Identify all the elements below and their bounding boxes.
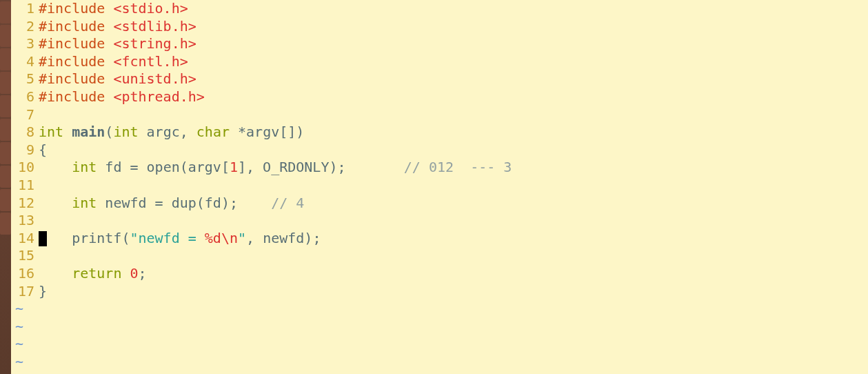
tilde-icon: ~ [11, 335, 23, 353]
code-content[interactable]: int newfd = dup(fd); // 4 [39, 195, 304, 213]
launcher-item[interactable] [0, 142, 11, 164]
code-line[interactable]: 1#include <stdio.h> [11, 0, 868, 18]
token-ident [39, 159, 72, 175]
token-pp: #include [39, 53, 113, 70]
token-cm: // 012 --- 3 [404, 159, 512, 175]
token-mainfn: main [72, 124, 105, 140]
launcher-item[interactable] [0, 166, 11, 188]
token-inc: <string.h> [113, 35, 196, 52]
token-inc: <pthread.h> [113, 88, 204, 105]
token-num: 0 [130, 265, 138, 282]
launcher-item[interactable] [0, 95, 11, 117]
launcher-item[interactable] [0, 1, 11, 23]
token-ident: printf( [39, 230, 130, 246]
line-number: 13 [11, 212, 39, 230]
line-number: 17 [11, 283, 39, 301]
code-content[interactable]: #include <pthread.h> [39, 88, 205, 106]
code-content[interactable]: int fd = open(argv[1], O_RDONLY); // 012… [39, 159, 512, 177]
code-content[interactable]: #include <fcntl.h> [39, 53, 188, 71]
token-inc: <unistd.h> [113, 70, 196, 87]
token-pp: #include [39, 0, 113, 17]
token-ident: ; [139, 265, 147, 282]
code-content[interactable]: printf("newfd = %d\n", newfd); [39, 230, 321, 248]
code-line[interactable]: 2#include <stdlib.h> [11, 18, 868, 36]
code-line[interactable]: 17} [11, 283, 868, 301]
launcher-item[interactable] [0, 48, 11, 70]
tilde-icon: ~ [11, 353, 23, 371]
code-content[interactable]: #include <unistd.h> [39, 70, 196, 88]
token-ident [121, 265, 130, 282]
token-pp: #include [39, 70, 113, 87]
line-number: 3 [11, 35, 39, 53]
code-line[interactable]: 10 int fd = open(argv[1], O_RDONLY); // … [11, 159, 868, 177]
code-line[interactable]: 13 [11, 212, 868, 230]
code-content[interactable]: #include <stdlib.h> [39, 18, 196, 36]
tilde-icon: ~ [11, 300, 23, 318]
line-number: 11 [11, 177, 39, 195]
empty-line: ~ [11, 300, 868, 318]
line-number: 10 [11, 159, 39, 177]
token-ident: *argv[]) [230, 124, 304, 140]
token-ident: newfd = dup(fd); [97, 195, 271, 211]
code-line[interactable]: 3#include <string.h> [11, 35, 868, 53]
token-ident [63, 124, 72, 140]
line-number: 9 [11, 141, 39, 159]
code-line[interactable]: 15 [11, 247, 868, 265]
token-kw: int [113, 124, 138, 140]
code-line[interactable]: 16 return 0; [11, 265, 868, 283]
token-inc: <stdio.h> [113, 0, 188, 17]
line-number: 8 [11, 124, 39, 141]
token-inc: <fcntl.h> [113, 53, 188, 70]
empty-line: ~ [11, 371, 868, 374]
line-number: 5 [11, 70, 39, 88]
code-line[interactable]: 8int main(int argc, char *argv[]) [11, 124, 868, 141]
code-content[interactable]: return 0; [39, 265, 147, 283]
code-content[interactable]: #include <stdio.h> [39, 0, 188, 18]
token-str: "newfd = [130, 230, 204, 246]
code-line[interactable]: 6#include <pthread.h> [11, 88, 868, 106]
code-line[interactable]: 5#include <unistd.h> [11, 70, 868, 88]
launcher-item[interactable] [0, 189, 11, 211]
token-pp: #include [39, 35, 113, 52]
launcher-item[interactable] [0, 119, 11, 141]
code-line[interactable]: 14 printf("newfd = %d\n", newfd); [11, 230, 868, 248]
line-number: 7 [11, 106, 39, 124]
token-ident: ], O_RDONLY); [238, 159, 404, 175]
code-line[interactable]: 11 [11, 177, 868, 195]
code-content[interactable]: int main(int argc, char *argv[]) [39, 124, 304, 141]
code-line[interactable]: 12 int newfd = dup(fd); // 4 [11, 195, 868, 213]
token-strfmt: %d\n [205, 230, 238, 246]
code-line[interactable]: 9{ [11, 141, 868, 159]
code-line[interactable]: 4#include <fcntl.h> [11, 53, 868, 71]
token-ident [39, 195, 72, 211]
tilde-icon: ~ [11, 318, 23, 336]
token-kw: int [72, 159, 97, 175]
token-pp: #include [39, 18, 113, 35]
launcher-bar [0, 0, 11, 374]
empty-line: ~ [11, 353, 868, 371]
token-ident [39, 265, 72, 282]
launcher-item[interactable] [0, 213, 11, 235]
token-num: 1 [230, 159, 238, 175]
token-ident: argc, [139, 124, 196, 140]
line-number: 2 [11, 18, 39, 36]
code-content[interactable]: { [39, 141, 47, 159]
token-ident: { [39, 141, 47, 158]
launcher-item[interactable] [0, 25, 11, 47]
empty-line: ~ [11, 318, 868, 336]
code-line[interactable]: 7 [11, 106, 868, 124]
code-content[interactable]: } [39, 283, 47, 301]
empty-line: ~ [11, 335, 868, 353]
launcher-item[interactable] [0, 72, 11, 94]
token-ident: } [39, 283, 47, 299]
token-cm: // 4 [271, 195, 304, 211]
code-editor[interactable]: 1#include <stdio.h>2#include <stdlib.h>3… [11, 0, 868, 374]
tilde-icon: ~ [11, 371, 23, 374]
token-kw: int [39, 124, 63, 140]
token-inc: <stdlib.h> [113, 18, 196, 35]
token-pp: #include [39, 88, 113, 105]
line-number: 6 [11, 88, 39, 106]
token-kw: char [196, 124, 230, 140]
code-content[interactable]: #include <string.h> [39, 35, 196, 53]
line-number: 4 [11, 53, 39, 71]
